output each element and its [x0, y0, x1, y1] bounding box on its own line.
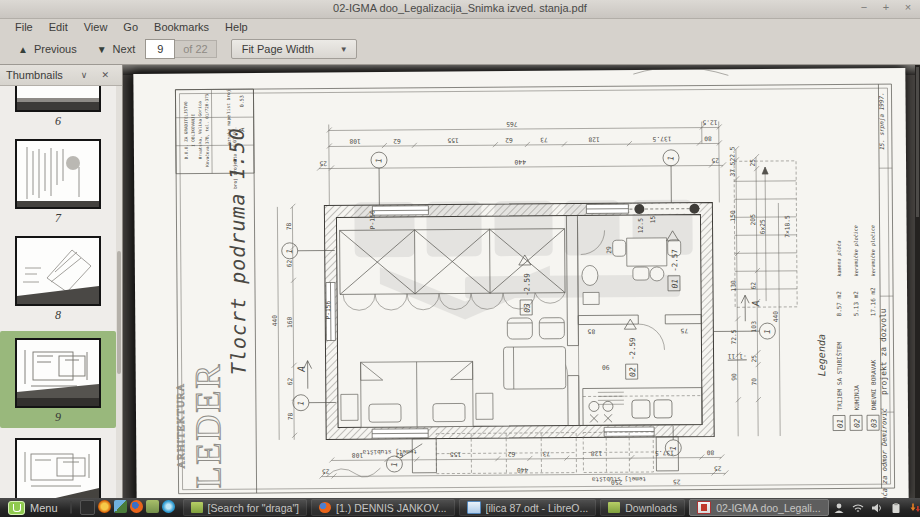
dim: 25: [714, 465, 722, 472]
dim: 90: [602, 364, 610, 371]
menu-bookmarks[interactable]: Bookmarks: [147, 21, 216, 33]
dim: 25: [750, 355, 757, 363]
document-area: D.O.O. ZA GRADITELJSTVO I OBLIKOVANJE Hr…: [123, 65, 920, 498]
blue-chat-icon[interactable]: [162, 500, 175, 513]
files-app-icon[interactable]: [146, 500, 159, 513]
thumbnail-label: 9: [55, 410, 61, 425]
wifi-icon[interactable]: [852, 502, 864, 514]
task-02-igma-pdf-active[interactable]: 02-IGMA doo_Legali...: [689, 499, 828, 516]
stairs-note1: 6x25: [759, 219, 766, 234]
previous-label: Previous: [34, 43, 77, 55]
close-icon[interactable]: ×: [902, 1, 914, 13]
menu-view[interactable]: View: [77, 21, 115, 33]
thumbnail-list: 6 7: [0, 86, 116, 498]
next-page-button[interactable]: ▼ Next: [87, 40, 146, 58]
menu-help[interactable]: Help: [218, 21, 255, 33]
pdf-page[interactable]: D.O.O. ZA GRADITELJSTVO I OBLIKOVANJE Hr…: [133, 68, 908, 498]
legend-num: 01: [836, 419, 845, 428]
photos-app-icon[interactable]: [114, 500, 127, 513]
page-number-input[interactable]: [145, 39, 175, 59]
zoom-mode-select[interactable]: Fit Page Width ▼: [231, 39, 357, 59]
project-type: projekt za dozvolu: [879, 308, 889, 395]
task-ilica-87-odt[interactable]: [ilica 87.odt - LibreO...: [459, 499, 597, 516]
company-line3: Hrvatska, Velika Gorica: [197, 101, 202, 160]
dim: 440: [514, 159, 526, 166]
clipboard-icon[interactable]: [890, 502, 902, 514]
window-titlebar: 02-IGMA doo_Legalizacija_Snimka izved. s…: [0, 0, 920, 19]
download-arrows-icon[interactable]: [909, 502, 920, 514]
kitchen: [583, 388, 702, 426]
dim: 128: [588, 136, 600, 143]
dim: 62: [396, 452, 404, 459]
legend-num: 02: [853, 418, 862, 428]
column: [689, 204, 699, 214]
dim: 73: [542, 451, 550, 458]
menu-file[interactable]: File: [8, 21, 40, 33]
logo-main-text: LEDER: [188, 362, 229, 488]
writer-document-icon: [467, 501, 481, 514]
thumbnail-page-8[interactable]: 8: [0, 236, 116, 323]
document-scrollbar-thumb[interactable]: [916, 67, 919, 217]
thumbnail-page-9-selected[interactable]: 9: [0, 331, 116, 428]
task-search-draga[interactable]: [Search for "draga"]: [183, 499, 308, 516]
dim: 25: [749, 159, 756, 167]
logo-top-text: ARHITEKTURA: [175, 383, 187, 469]
folder-icon: [608, 502, 620, 513]
menu-go[interactable]: Go: [116, 21, 145, 33]
marker-1: 1: [390, 462, 399, 467]
previous-page-button[interactable]: ▲ Previous: [8, 40, 87, 58]
task-dennis-jankov[interactable]: [1.) DENNIS JANKOV...: [311, 499, 454, 516]
thumbnail-preview[interactable]: [15, 236, 101, 306]
dim: 150: [729, 210, 736, 222]
legend-area: 8.57 m2: [835, 291, 842, 317]
thumbnail-preview[interactable]: [15, 139, 101, 209]
menu-edit[interactable]: Edit: [42, 21, 75, 33]
maximize-icon[interactable]: +: [880, 1, 892, 13]
thumbnail-page-10[interactable]: 10: [0, 438, 116, 498]
chevron-down-icon: ▼: [340, 45, 348, 54]
volume-icon[interactable]: [871, 502, 883, 514]
room-level: -2.59: [522, 273, 531, 296]
marker-1: 1: [296, 401, 305, 406]
dim: 440: [271, 315, 278, 327]
user-icon[interactable]: [833, 502, 845, 514]
legend-name: KUHINJA: [853, 385, 860, 411]
next-label: Next: [113, 43, 136, 55]
firefox-icon: [319, 502, 331, 513]
thumbnail-preview[interactable]: [15, 86, 101, 112]
dim: 12.5: [637, 218, 644, 233]
show-desktop-icon[interactable]: [70, 501, 72, 514]
thumbnail-page-7[interactable]: 7: [0, 139, 116, 226]
sidebar-header: Thumbnails ∨ ✕: [0, 65, 122, 86]
terminal-icon[interactable]: [80, 500, 95, 515]
task-downloads[interactable]: Downloads: [600, 499, 685, 516]
stairs-note2: 7×18.5: [783, 215, 790, 238]
thumbnail-page-6[interactable]: 6: [0, 86, 116, 129]
sidebar-scrollbar-thumb[interactable]: [117, 251, 121, 375]
dim: 12.5: [702, 119, 717, 126]
thumbnail-preview[interactable]: [15, 438, 101, 498]
mint-menu-button[interactable]: Menu: [4, 500, 66, 516]
sidebar-scrollbar[interactable]: [116, 86, 122, 498]
dim: 72.5: [730, 329, 737, 344]
orange-app-icon[interactable]: [98, 500, 111, 513]
sidebar-chevron-icon[interactable]: ∨: [74, 70, 95, 80]
document-scrollbar[interactable]: [915, 65, 920, 498]
sidebar-close-icon[interactable]: ✕: [94, 70, 116, 80]
thumbnail-label: 6: [55, 114, 61, 129]
legend-name: TRIJEM SA STUBIŠTEM: [835, 341, 843, 410]
dim: 108: [352, 452, 364, 459]
system-tray: hp 13:01: [833, 502, 920, 514]
room-level: -2.59: [628, 338, 637, 361]
firefox-icon[interactable]: [130, 500, 143, 513]
page-total: of 22: [175, 40, 216, 58]
minimize-icon[interactable]: −: [858, 1, 870, 13]
window-mark: P-156: [324, 300, 331, 319]
dim: 29: [605, 246, 612, 254]
sidebar-title: Thumbnails: [6, 69, 63, 81]
outside-level: -1.11: [728, 353, 747, 360]
taskbar: Menu [Search for "draga"] [1.) DENNIS JA…: [0, 498, 920, 517]
thumbnail-preview[interactable]: [15, 338, 101, 408]
legend-finish: kamena ploča: [836, 240, 843, 276]
task-label: Downloads: [625, 502, 677, 514]
